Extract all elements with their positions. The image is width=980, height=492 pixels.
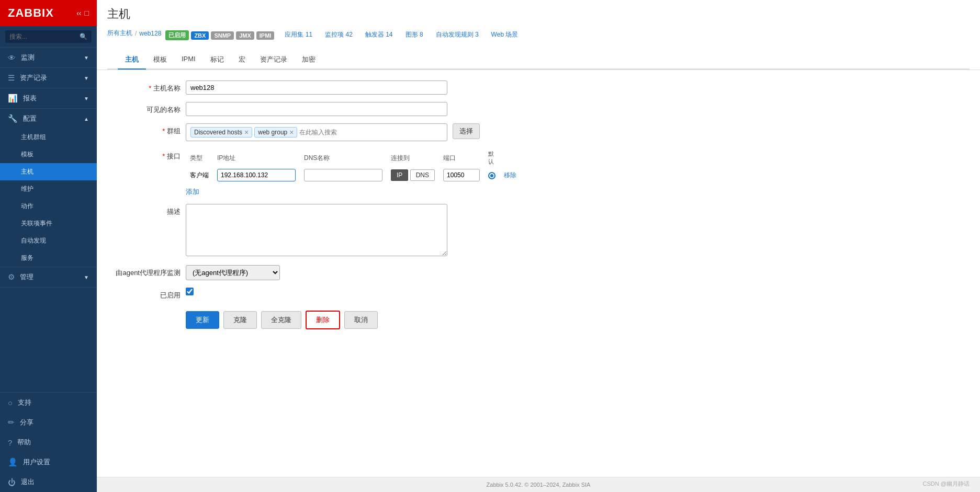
sidebar-search-container: 🔍: [0, 26, 97, 48]
tab-tags[interactable]: 标记: [203, 51, 231, 70]
status-badge-enabled: 已启用: [165, 30, 189, 40]
sidebar-item-host-groups[interactable]: 主机群组: [0, 129, 97, 146]
proxy-select[interactable]: (无agent代理程序): [186, 265, 280, 280]
sidebar-item-label-reports: 报表: [23, 94, 37, 103]
top-tab-discovery[interactable]: 自动发现规则 3: [430, 27, 485, 43]
form-row-groups: 群组 Discovered hosts × web group × 选择: [112, 123, 964, 141]
group-tags-container[interactable]: Discovered hosts × web group ×: [186, 123, 447, 141]
breadcrumb: 所有主机 / web128: [107, 29, 161, 38]
visible-name-label: 可见的名称: [112, 102, 181, 115]
sidebar-item-support[interactable]: ○ 支持: [0, 393, 97, 413]
sidebar-item-logout[interactable]: ⏻ 退出: [0, 472, 97, 492]
collapse-icon[interactable]: ‹‹: [76, 9, 81, 17]
reports-icon: 📊: [8, 94, 18, 103]
remove-web-group[interactable]: ×: [289, 129, 294, 136]
connect-dns-button[interactable]: DNS: [410, 169, 435, 181]
expand-icon[interactable]: □: [85, 9, 89, 17]
sidebar-item-config[interactable]: 🔧 配置 ▲: [0, 109, 97, 129]
col-default: 默认: [484, 148, 500, 167]
search-input[interactable]: [5, 30, 92, 43]
remove-discovered-hosts[interactable]: ×: [244, 129, 249, 136]
description-label: 描述: [112, 204, 181, 216]
group-search-input[interactable]: [299, 129, 443, 136]
dns-input[interactable]: [304, 169, 382, 181]
sidebar-item-reports[interactable]: 📊 报表 ▼: [0, 88, 97, 108]
sidebar-item-assets[interactable]: ☰ 资产记录 ▼: [0, 68, 97, 88]
user-icon: 👤: [8, 457, 18, 467]
cancel-button[interactable]: 取消: [344, 311, 378, 329]
breadcrumb-sep: /: [135, 30, 137, 37]
tab-host[interactable]: 主机: [118, 51, 146, 70]
breadcrumb-all-hosts[interactable]: 所有主机: [107, 29, 132, 38]
remove-interface-link[interactable]: 移除: [504, 171, 516, 179]
port-input[interactable]: [443, 169, 480, 181]
full-clone-button[interactable]: 全克隆: [261, 311, 301, 329]
main-header: 主机 所有主机 / web128 已启用 ZBX SNMP JMX IPMI 应…: [97, 0, 980, 70]
select-group-button[interactable]: 选择: [453, 123, 480, 139]
sidebar-item-share[interactable]: ✏ 分享: [0, 413, 97, 432]
tab-asset-records[interactable]: 资产记录: [253, 51, 295, 70]
graphs-count: 8: [420, 31, 423, 38]
page-title: 主机: [107, 6, 970, 22]
group-control: Discovered hosts × web group ×: [186, 123, 447, 141]
status-badge-zbx: ZBX: [191, 31, 209, 40]
support-label: 支持: [18, 398, 31, 407]
sidebar-item-label-assets: 资产记录: [20, 73, 47, 83]
search-icon: 🔍: [80, 33, 87, 40]
hostname-input[interactable]: [186, 81, 447, 95]
col-ip: IP地址: [213, 148, 300, 167]
discovery-count: 3: [475, 31, 479, 38]
default-radio[interactable]: [488, 172, 495, 179]
delete-button[interactable]: 删除: [306, 311, 340, 329]
add-interface-link[interactable]: 添加: [186, 188, 199, 196]
top-tab-items[interactable]: 监控项 42: [319, 27, 359, 43]
sidebar-item-templates[interactable]: 模板: [0, 146, 97, 163]
tab-encryption[interactable]: 加密: [295, 51, 323, 70]
description-textarea[interactable]: [186, 204, 447, 256]
top-tab-web[interactable]: Web 场景: [485, 27, 525, 43]
ip-input[interactable]: [217, 169, 296, 181]
sidebar-item-auto-discovery[interactable]: 自动发现: [0, 232, 97, 249]
action-buttons: 更新 克隆 全克隆 删除 取消: [112, 311, 964, 329]
top-tab-applications[interactable]: 应用集 11: [278, 27, 319, 43]
breadcrumb-web128[interactable]: web128: [139, 30, 161, 37]
sidebar-item-services[interactable]: 服务: [0, 249, 97, 267]
update-button[interactable]: 更新: [186, 311, 219, 329]
interface-table: 类型 IP地址 DNS名称 连接到 端口 默认 客户端: [186, 148, 521, 183]
group-tag-discovered: Discovered hosts ×: [190, 127, 252, 138]
sidebar-section-admin: ⚙ 管理 ▼: [0, 267, 97, 288]
status-badge-jmx: JMX: [236, 31, 254, 40]
sidebar-item-hosts[interactable]: 主机: [0, 163, 97, 180]
chevron-up-icon: ▲: [84, 116, 89, 122]
sidebar-nav: 👁 监测 ▼ ☰ 资产记录 ▼ 📊 报表 ▼ 🔧 配置 ▲: [0, 48, 97, 392]
status-badges: 已启用 ZBX SNMP JMX IPMI: [165, 30, 274, 40]
interface-control: 类型 IP地址 DNS名称 连接到 端口 默认 客户端: [186, 148, 964, 197]
tab-macros[interactable]: 宏: [231, 51, 253, 70]
sidebar-item-monitoring[interactable]: 👁 监测 ▼: [0, 48, 97, 67]
visible-name-control: [186, 102, 447, 116]
chevron-down-icon-4: ▼: [84, 274, 89, 280]
enabled-checkbox[interactable]: [186, 288, 194, 295]
sidebar-section-assets: ☰ 资产记录 ▼: [0, 68, 97, 88]
help-icon: ?: [8, 438, 12, 447]
logo-icons: ‹‹ □: [76, 9, 89, 17]
col-connect: 连接到: [387, 148, 439, 167]
top-tab-graphs[interactable]: 图形 8: [399, 27, 430, 43]
logout-label: 退出: [21, 477, 35, 487]
tab-template[interactable]: 模板: [146, 51, 174, 70]
sidebar-logo: ZABBIX ‹‹ □: [0, 0, 97, 26]
chevron-down-icon-3: ▼: [84, 96, 89, 101]
sidebar-section-reports: 📊 报表 ▼: [0, 88, 97, 109]
sidebar-item-maintenance[interactable]: 维护: [0, 180, 97, 198]
sidebar: ZABBIX ‹‹ □ 🔍 👁 监测 ▼ ☰ 资产记录 ▼: [0, 0, 97, 492]
tab-ipmi[interactable]: IPMI: [174, 51, 203, 70]
clone-button[interactable]: 克隆: [223, 311, 257, 329]
connect-ip-button[interactable]: IP: [391, 169, 408, 181]
top-tab-triggers[interactable]: 触发器 14: [359, 27, 399, 43]
sidebar-item-help[interactable]: ? 帮助: [0, 432, 97, 452]
sidebar-item-user-settings[interactable]: 👤 用户设置: [0, 452, 97, 472]
visible-name-input[interactable]: [186, 102, 447, 116]
sidebar-item-actions[interactable]: 动作: [0, 198, 97, 215]
sidebar-item-admin[interactable]: ⚙ 管理 ▼: [0, 267, 97, 287]
sidebar-item-event-correlation[interactable]: 关联项事件: [0, 215, 97, 232]
